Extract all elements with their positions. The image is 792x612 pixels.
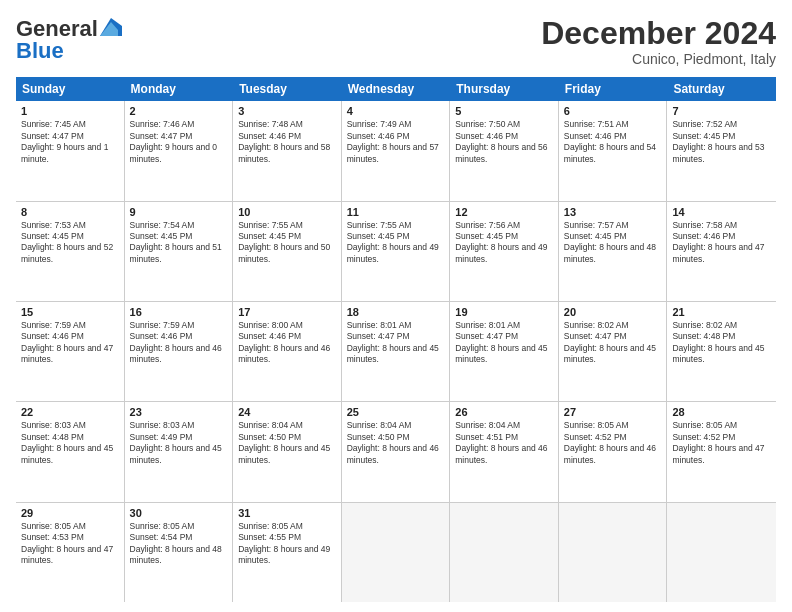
weekday-header: Sunday: [16, 77, 125, 101]
calendar-cell: 17Sunrise: 8:00 AMSunset: 4:46 PMDayligh…: [233, 302, 342, 401]
calendar-row: 8Sunrise: 7:53 AMSunset: 4:45 PMDaylight…: [16, 202, 776, 302]
day-number: 24: [238, 406, 336, 418]
calendar: SundayMondayTuesdayWednesdayThursdayFrid…: [16, 77, 776, 602]
day-number: 6: [564, 105, 662, 117]
day-number: 20: [564, 306, 662, 318]
day-number: 19: [455, 306, 553, 318]
day-info: Sunrise: 7:59 AMSunset: 4:46 PMDaylight:…: [21, 320, 119, 366]
calendar-cell: 7Sunrise: 7:52 AMSunset: 4:45 PMDaylight…: [667, 101, 776, 200]
calendar-cell: 26Sunrise: 8:04 AMSunset: 4:51 PMDayligh…: [450, 402, 559, 501]
calendar-cell: 13Sunrise: 7:57 AMSunset: 4:45 PMDayligh…: [559, 202, 668, 301]
day-info: Sunrise: 7:58 AMSunset: 4:46 PMDaylight:…: [672, 220, 771, 266]
day-number: 5: [455, 105, 553, 117]
calendar-cell: 18Sunrise: 8:01 AMSunset: 4:47 PMDayligh…: [342, 302, 451, 401]
calendar-cell: 24Sunrise: 8:04 AMSunset: 4:50 PMDayligh…: [233, 402, 342, 501]
weekday-header: Tuesday: [233, 77, 342, 101]
day-info: Sunrise: 7:54 AMSunset: 4:45 PMDaylight:…: [130, 220, 228, 266]
day-number: 10: [238, 206, 336, 218]
day-info: Sunrise: 8:04 AMSunset: 4:50 PMDaylight:…: [347, 420, 445, 466]
day-info: Sunrise: 7:46 AMSunset: 4:47 PMDaylight:…: [130, 119, 228, 165]
title-section: December 2024 Cunico, Piedmont, Italy: [541, 16, 776, 67]
calendar-row: 15Sunrise: 7:59 AMSunset: 4:46 PMDayligh…: [16, 302, 776, 402]
day-number: 7: [672, 105, 771, 117]
day-info: Sunrise: 8:03 AMSunset: 4:49 PMDaylight:…: [130, 420, 228, 466]
day-info: Sunrise: 7:49 AMSunset: 4:46 PMDaylight:…: [347, 119, 445, 165]
calendar-cell: 25Sunrise: 8:04 AMSunset: 4:50 PMDayligh…: [342, 402, 451, 501]
day-number: 14: [672, 206, 771, 218]
calendar-cell: 5Sunrise: 7:50 AMSunset: 4:46 PMDaylight…: [450, 101, 559, 200]
day-number: 17: [238, 306, 336, 318]
day-info: Sunrise: 8:02 AMSunset: 4:47 PMDaylight:…: [564, 320, 662, 366]
weekday-header: Monday: [125, 77, 234, 101]
calendar-cell: 29Sunrise: 8:05 AMSunset: 4:53 PMDayligh…: [16, 503, 125, 602]
day-info: Sunrise: 7:57 AMSunset: 4:45 PMDaylight:…: [564, 220, 662, 266]
calendar-cell: 9Sunrise: 7:54 AMSunset: 4:45 PMDaylight…: [125, 202, 234, 301]
day-info: Sunrise: 8:04 AMSunset: 4:51 PMDaylight:…: [455, 420, 553, 466]
calendar-cell: 6Sunrise: 7:51 AMSunset: 4:46 PMDaylight…: [559, 101, 668, 200]
logo: General Blue: [16, 16, 122, 64]
calendar-cell: 14Sunrise: 7:58 AMSunset: 4:46 PMDayligh…: [667, 202, 776, 301]
day-number: 31: [238, 507, 336, 519]
day-info: Sunrise: 7:52 AMSunset: 4:45 PMDaylight:…: [672, 119, 771, 165]
day-info: Sunrise: 7:53 AMSunset: 4:45 PMDaylight:…: [21, 220, 119, 266]
calendar-cell: 30Sunrise: 8:05 AMSunset: 4:54 PMDayligh…: [125, 503, 234, 602]
day-info: Sunrise: 7:48 AMSunset: 4:46 PMDaylight:…: [238, 119, 336, 165]
day-number: 30: [130, 507, 228, 519]
day-number: 22: [21, 406, 119, 418]
calendar-cell: 12Sunrise: 7:56 AMSunset: 4:45 PMDayligh…: [450, 202, 559, 301]
subtitle: Cunico, Piedmont, Italy: [541, 51, 776, 67]
day-info: Sunrise: 8:01 AMSunset: 4:47 PMDaylight:…: [347, 320, 445, 366]
calendar-cell: 21Sunrise: 8:02 AMSunset: 4:48 PMDayligh…: [667, 302, 776, 401]
calendar-cell: [559, 503, 668, 602]
logo-icon: [100, 18, 122, 36]
day-number: 13: [564, 206, 662, 218]
calendar-cell: 28Sunrise: 8:05 AMSunset: 4:52 PMDayligh…: [667, 402, 776, 501]
weekday-header: Thursday: [450, 77, 559, 101]
day-info: Sunrise: 8:01 AMSunset: 4:47 PMDaylight:…: [455, 320, 553, 366]
weekday-header: Friday: [559, 77, 668, 101]
day-number: 1: [21, 105, 119, 117]
weekday-header: Saturday: [667, 77, 776, 101]
day-number: 2: [130, 105, 228, 117]
day-info: Sunrise: 8:04 AMSunset: 4:50 PMDaylight:…: [238, 420, 336, 466]
calendar-cell: 27Sunrise: 8:05 AMSunset: 4:52 PMDayligh…: [559, 402, 668, 501]
calendar-cell: 23Sunrise: 8:03 AMSunset: 4:49 PMDayligh…: [125, 402, 234, 501]
calendar-cell: 15Sunrise: 7:59 AMSunset: 4:46 PMDayligh…: [16, 302, 125, 401]
day-number: 15: [21, 306, 119, 318]
day-number: 8: [21, 206, 119, 218]
calendar-cell: [667, 503, 776, 602]
day-info: Sunrise: 7:56 AMSunset: 4:45 PMDaylight:…: [455, 220, 553, 266]
day-info: Sunrise: 8:02 AMSunset: 4:48 PMDaylight:…: [672, 320, 771, 366]
day-number: 16: [130, 306, 228, 318]
calendar-cell: [342, 503, 451, 602]
month-title: December 2024: [541, 16, 776, 51]
calendar-body: 1Sunrise: 7:45 AMSunset: 4:47 PMDaylight…: [16, 101, 776, 602]
calendar-cell: 22Sunrise: 8:03 AMSunset: 4:48 PMDayligh…: [16, 402, 125, 501]
day-number: 27: [564, 406, 662, 418]
calendar-cell: 16Sunrise: 7:59 AMSunset: 4:46 PMDayligh…: [125, 302, 234, 401]
calendar-cell: 1Sunrise: 7:45 AMSunset: 4:47 PMDaylight…: [16, 101, 125, 200]
calendar-cell: 4Sunrise: 7:49 AMSunset: 4:46 PMDaylight…: [342, 101, 451, 200]
day-number: 11: [347, 206, 445, 218]
day-info: Sunrise: 8:05 AMSunset: 4:55 PMDaylight:…: [238, 521, 336, 567]
calendar-cell: 19Sunrise: 8:01 AMSunset: 4:47 PMDayligh…: [450, 302, 559, 401]
day-info: Sunrise: 7:55 AMSunset: 4:45 PMDaylight:…: [238, 220, 336, 266]
day-number: 29: [21, 507, 119, 519]
day-info: Sunrise: 7:45 AMSunset: 4:47 PMDaylight:…: [21, 119, 119, 165]
day-number: 25: [347, 406, 445, 418]
day-info: Sunrise: 8:00 AMSunset: 4:46 PMDaylight:…: [238, 320, 336, 366]
day-info: Sunrise: 7:50 AMSunset: 4:46 PMDaylight:…: [455, 119, 553, 165]
day-info: Sunrise: 7:51 AMSunset: 4:46 PMDaylight:…: [564, 119, 662, 165]
weekday-header: Wednesday: [342, 77, 451, 101]
page: General Blue December 2024 Cunico, Piedm…: [0, 0, 792, 612]
calendar-cell: 2Sunrise: 7:46 AMSunset: 4:47 PMDaylight…: [125, 101, 234, 200]
day-number: 3: [238, 105, 336, 117]
day-info: Sunrise: 8:03 AMSunset: 4:48 PMDaylight:…: [21, 420, 119, 466]
calendar-row: 1Sunrise: 7:45 AMSunset: 4:47 PMDaylight…: [16, 101, 776, 201]
day-number: 4: [347, 105, 445, 117]
calendar-row: 29Sunrise: 8:05 AMSunset: 4:53 PMDayligh…: [16, 503, 776, 602]
day-info: Sunrise: 8:05 AMSunset: 4:52 PMDaylight:…: [672, 420, 771, 466]
day-number: 9: [130, 206, 228, 218]
calendar-cell: 31Sunrise: 8:05 AMSunset: 4:55 PMDayligh…: [233, 503, 342, 602]
calendar-cell: 8Sunrise: 7:53 AMSunset: 4:45 PMDaylight…: [16, 202, 125, 301]
